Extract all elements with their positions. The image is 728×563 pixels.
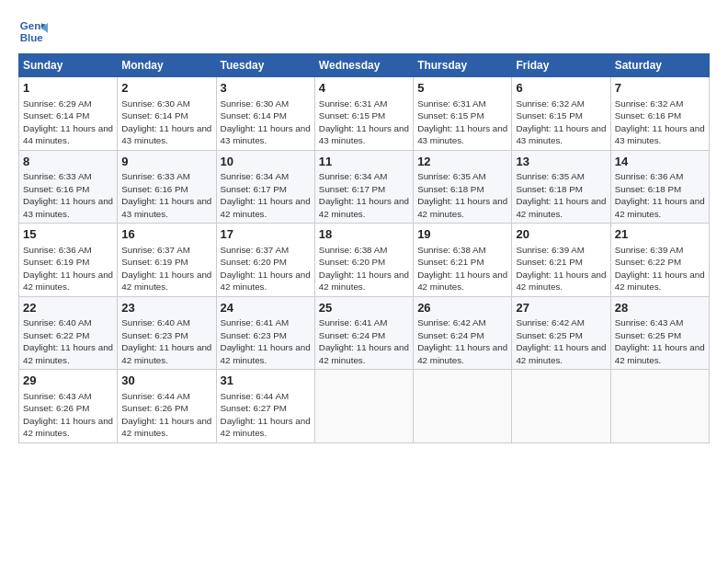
col-header-wednesday: Wednesday — [314, 54, 413, 77]
day-number: 7 — [615, 80, 705, 97]
day-number: 14 — [615, 154, 705, 170]
day-info: Sunrise: 6:35 AMSunset: 6:18 PMDaylight:… — [516, 171, 606, 219]
day-number: 27 — [516, 300, 606, 316]
calendar-cell — [414, 370, 512, 443]
day-number: 22 — [23, 300, 113, 316]
day-number: 11 — [319, 154, 409, 170]
day-info: Sunrise: 6:44 AMSunset: 6:26 PMDaylight:… — [121, 391, 211, 439]
calendar-cell: 19Sunrise: 6:38 AMSunset: 6:21 PMDayligh… — [414, 224, 512, 297]
col-header-friday: Friday — [512, 54, 610, 77]
calendar-cell: 5Sunrise: 6:31 AMSunset: 6:15 PMDaylight… — [414, 77, 512, 151]
calendar-cell: 15Sunrise: 6:36 AMSunset: 6:19 PMDayligh… — [19, 224, 118, 297]
day-info: Sunrise: 6:33 AMSunset: 6:16 PMDaylight:… — [23, 171, 113, 219]
day-info: Sunrise: 6:33 AMSunset: 6:16 PMDaylight:… — [121, 171, 211, 219]
day-info: Sunrise: 6:37 AMSunset: 6:19 PMDaylight:… — [121, 245, 211, 293]
day-info: Sunrise: 6:34 AMSunset: 6:17 PMDaylight:… — [221, 171, 311, 219]
day-number: 6 — [516, 80, 606, 97]
day-number: 29 — [23, 373, 113, 389]
day-number: 12 — [417, 154, 507, 170]
day-number: 8 — [23, 154, 113, 170]
day-info: Sunrise: 6:37 AMSunset: 6:20 PMDaylight:… — [221, 245, 311, 293]
calendar-table: SundayMondayTuesdayWednesdayThursdayFrid… — [18, 53, 710, 443]
day-number: 15 — [23, 226, 113, 243]
week-row-1: 1Sunrise: 6:29 AMSunset: 6:14 PMDaylight… — [19, 77, 710, 151]
day-number: 25 — [319, 300, 409, 316]
calendar-cell: 30Sunrise: 6:44 AMSunset: 6:26 PMDayligh… — [118, 370, 216, 443]
day-number: 19 — [417, 226, 507, 243]
day-info: Sunrise: 6:43 AMSunset: 6:26 PMDaylight:… — [23, 391, 113, 439]
day-info: Sunrise: 6:31 AMSunset: 6:15 PMDaylight:… — [417, 98, 507, 146]
day-number: 4 — [319, 80, 409, 97]
calendar-cell: 4Sunrise: 6:31 AMSunset: 6:15 PMDaylight… — [314, 77, 413, 151]
day-info: Sunrise: 6:44 AMSunset: 6:27 PMDaylight:… — [221, 391, 311, 439]
calendar-cell: 25Sunrise: 6:41 AMSunset: 6:24 PMDayligh… — [314, 296, 413, 370]
day-info: Sunrise: 6:41 AMSunset: 6:23 PMDaylight:… — [221, 317, 311, 365]
day-number: 31 — [221, 373, 311, 389]
calendar-cell: 18Sunrise: 6:38 AMSunset: 6:20 PMDayligh… — [314, 224, 413, 297]
day-number: 13 — [516, 154, 606, 170]
calendar-cell — [314, 370, 413, 443]
day-number: 10 — [221, 154, 311, 170]
calendar-cell: 2Sunrise: 6:30 AMSunset: 6:14 PMDaylight… — [118, 77, 216, 151]
day-number: 24 — [221, 300, 311, 316]
logo-icon: General Blue — [18, 17, 48, 46]
day-info: Sunrise: 6:36 AMSunset: 6:19 PMDaylight:… — [23, 245, 113, 293]
calendar-cell: 13Sunrise: 6:35 AMSunset: 6:18 PMDayligh… — [512, 150, 610, 224]
day-info: Sunrise: 6:38 AMSunset: 6:21 PMDaylight:… — [417, 245, 507, 293]
day-number: 23 — [121, 300, 211, 316]
header: General Blue — [18, 17, 710, 46]
col-header-sunday: Sunday — [19, 54, 118, 77]
day-number: 28 — [615, 300, 705, 316]
day-number: 1 — [23, 80, 113, 97]
day-number: 26 — [417, 300, 507, 316]
day-info: Sunrise: 6:36 AMSunset: 6:18 PMDaylight:… — [615, 171, 705, 219]
calendar-cell: 29Sunrise: 6:43 AMSunset: 6:26 PMDayligh… — [19, 370, 118, 443]
calendar-cell: 10Sunrise: 6:34 AMSunset: 6:17 PMDayligh… — [216, 150, 314, 224]
calendar-cell: 12Sunrise: 6:35 AMSunset: 6:18 PMDayligh… — [414, 150, 512, 224]
day-number: 2 — [121, 80, 211, 97]
calendar-cell: 28Sunrise: 6:43 AMSunset: 6:25 PMDayligh… — [610, 296, 709, 370]
day-info: Sunrise: 6:39 AMSunset: 6:21 PMDaylight:… — [516, 245, 606, 293]
calendar-cell — [512, 370, 610, 443]
col-header-thursday: Thursday — [414, 54, 512, 77]
calendar-cell: 26Sunrise: 6:42 AMSunset: 6:24 PMDayligh… — [414, 296, 512, 370]
calendar-cell: 6Sunrise: 6:32 AMSunset: 6:15 PMDaylight… — [512, 77, 610, 151]
calendar-cell: 21Sunrise: 6:39 AMSunset: 6:22 PMDayligh… — [610, 224, 709, 297]
day-info: Sunrise: 6:30 AMSunset: 6:14 PMDaylight:… — [121, 98, 211, 146]
day-info: Sunrise: 6:30 AMSunset: 6:14 PMDaylight:… — [221, 98, 311, 146]
day-number: 20 — [516, 226, 606, 243]
day-number: 3 — [221, 80, 311, 97]
calendar-cell: 11Sunrise: 6:34 AMSunset: 6:17 PMDayligh… — [314, 150, 413, 224]
calendar-cell: 27Sunrise: 6:42 AMSunset: 6:25 PMDayligh… — [512, 296, 610, 370]
day-info: Sunrise: 6:35 AMSunset: 6:18 PMDaylight:… — [417, 171, 507, 219]
day-info: Sunrise: 6:39 AMSunset: 6:22 PMDaylight:… — [615, 245, 705, 293]
day-info: Sunrise: 6:43 AMSunset: 6:25 PMDaylight:… — [615, 317, 705, 365]
calendar-cell: 22Sunrise: 6:40 AMSunset: 6:22 PMDayligh… — [19, 296, 118, 370]
calendar-cell: 16Sunrise: 6:37 AMSunset: 6:19 PMDayligh… — [118, 224, 216, 297]
svg-text:Blue: Blue — [20, 32, 44, 43]
week-row-5: 29Sunrise: 6:43 AMSunset: 6:26 PMDayligh… — [19, 370, 710, 443]
day-info: Sunrise: 6:38 AMSunset: 6:20 PMDaylight:… — [319, 245, 409, 293]
week-row-3: 15Sunrise: 6:36 AMSunset: 6:19 PMDayligh… — [19, 224, 710, 297]
day-number: 30 — [121, 373, 211, 389]
calendar-cell: 1Sunrise: 6:29 AMSunset: 6:14 PMDaylight… — [19, 77, 118, 151]
calendar-cell: 31Sunrise: 6:44 AMSunset: 6:27 PMDayligh… — [216, 370, 314, 443]
calendar-cell: 9Sunrise: 6:33 AMSunset: 6:16 PMDaylight… — [118, 150, 216, 224]
day-number: 16 — [121, 226, 211, 243]
day-info: Sunrise: 6:31 AMSunset: 6:15 PMDaylight:… — [319, 98, 409, 146]
day-info: Sunrise: 6:41 AMSunset: 6:24 PMDaylight:… — [319, 317, 409, 365]
calendar-cell: 17Sunrise: 6:37 AMSunset: 6:20 PMDayligh… — [216, 224, 314, 297]
day-info: Sunrise: 6:42 AMSunset: 6:25 PMDaylight:… — [516, 317, 606, 365]
calendar-cell: 20Sunrise: 6:39 AMSunset: 6:21 PMDayligh… — [512, 224, 610, 297]
day-info: Sunrise: 6:29 AMSunset: 6:14 PMDaylight:… — [23, 98, 113, 146]
day-info: Sunrise: 6:32 AMSunset: 6:15 PMDaylight:… — [516, 98, 606, 146]
calendar-cell: 23Sunrise: 6:40 AMSunset: 6:23 PMDayligh… — [118, 296, 216, 370]
calendar-cell: 24Sunrise: 6:41 AMSunset: 6:23 PMDayligh… — [216, 296, 314, 370]
week-row-2: 8Sunrise: 6:33 AMSunset: 6:16 PMDaylight… — [19, 150, 710, 224]
logo: General Blue — [18, 17, 48, 46]
day-info: Sunrise: 6:32 AMSunset: 6:16 PMDaylight:… — [615, 98, 705, 146]
calendar-cell: 8Sunrise: 6:33 AMSunset: 6:16 PMDaylight… — [19, 150, 118, 224]
page: General Blue SundayMondayTuesdayWednesda… — [0, 0, 728, 563]
day-info: Sunrise: 6:40 AMSunset: 6:22 PMDaylight:… — [23, 317, 113, 365]
calendar-cell — [610, 370, 709, 443]
